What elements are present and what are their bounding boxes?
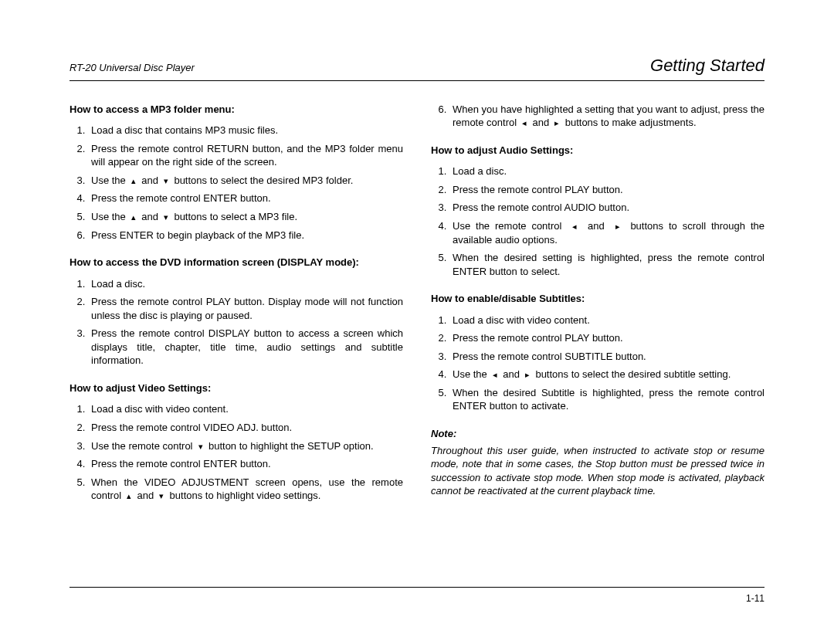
list-item: Load a disc with video content. <box>88 402 403 416</box>
section-title: How to enable/disable Subtitles: <box>431 292 764 306</box>
list-item: Use the ▴ and ▾ buttons to select the de… <box>88 174 403 188</box>
list-item: When you have highlighted a setting that… <box>449 103 764 130</box>
instruction-list: Load a disc with video content. Press th… <box>431 314 764 413</box>
content-columns: How to access a MP3 folder menu: Load a … <box>70 103 764 510</box>
list-item: Press the remote control DISPLAY button … <box>88 327 403 368</box>
right-column: When you have highlighted a setting that… <box>431 103 764 510</box>
section-title: How to access a MP3 folder menu: <box>70 103 403 117</box>
instruction-list: Load a disc. Press the remote control PL… <box>431 164 764 278</box>
list-item: Load a disc. <box>88 277 403 291</box>
list-item: Press the remote control ENTER button. <box>88 192 403 205</box>
list-item: Press the remote control PLAY button. <box>449 183 764 197</box>
list-item: When the desired setting is highlighted,… <box>449 251 764 278</box>
list-item: When the VIDEO ADJUSTMENT screen opens, … <box>88 476 403 503</box>
document-page: RT-20 Universal Disc Player Getting Star… <box>0 0 834 510</box>
list-item: Press ENTER to begin playback of the MP3… <box>88 229 403 242</box>
list-item: Use the remote control ▾ button to highl… <box>88 439 403 453</box>
note-label: Note: <box>431 427 764 441</box>
list-item: Load a disc. <box>449 164 764 178</box>
left-column: How to access a MP3 folder menu: Load a … <box>70 103 403 510</box>
list-item: Press the remote control PLAY button. <box>449 331 764 345</box>
section-title: How to access the DVD information screen… <box>70 256 403 269</box>
header-section-title: Getting Started <box>650 54 764 77</box>
instruction-list: Load a disc with video content. Press th… <box>70 402 403 502</box>
list-item: Press the remote control SUBTITLE button… <box>449 350 764 364</box>
instruction-list: Load a disc that contains MP3 music file… <box>70 124 403 242</box>
list-item: Load a disc that contains MP3 music file… <box>88 124 403 137</box>
list-item: Press the remote control VIDEO ADJ. butt… <box>88 421 403 435</box>
list-item: Press the remote control RETURN button, … <box>88 142 403 169</box>
list-item: When the desired Subtitle is highlighted… <box>449 386 764 413</box>
list-item: Press the remote control PLAY button. Di… <box>88 295 403 322</box>
list-item: Use the ◂ and ▸ buttons to select the de… <box>449 368 764 381</box>
page-number: 1-11 <box>746 593 764 604</box>
instruction-list: Load a disc. Press the remote control PL… <box>70 277 403 368</box>
page-footer: 1-11 <box>70 587 764 605</box>
page-header: RT-20 Universal Disc Player Getting Star… <box>70 54 764 81</box>
list-item: Press the remote control ENTER button. <box>88 457 403 471</box>
list-item: Press the remote control AUDIO button. <box>449 201 764 215</box>
header-product-name: RT-20 Universal Disc Player <box>70 61 195 75</box>
list-item: Use the remote control ◂ and ▸ buttons t… <box>449 219 764 246</box>
section-title: How to adjust Video Settings: <box>70 381 403 395</box>
list-item: Use the ▴ and ▾ buttons to select a MP3 … <box>88 210 403 224</box>
section-title: How to adjust Audio Settings: <box>431 144 764 158</box>
instruction-list-continuation: When you have highlighted a setting that… <box>431 103 764 130</box>
note-body: Throughout this user guide, when instruc… <box>431 444 764 498</box>
list-item: Load a disc with video content. <box>449 314 764 327</box>
